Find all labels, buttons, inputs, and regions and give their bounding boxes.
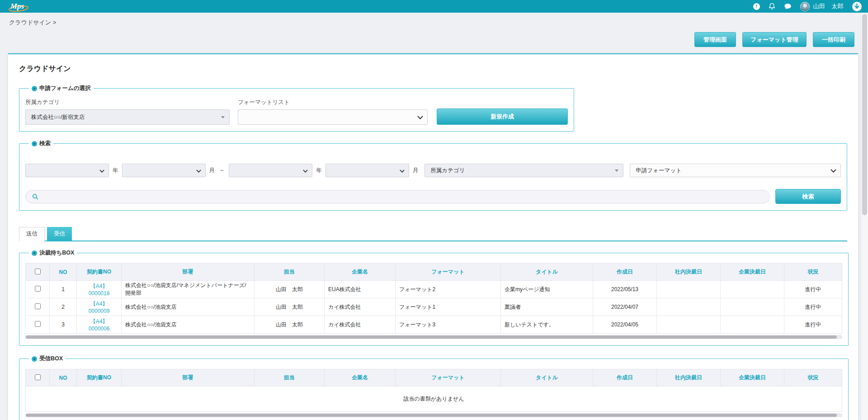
form-select-legend: 申請フォームの選択 xyxy=(29,85,94,92)
admin-screen-button[interactable]: 管理画面 xyxy=(694,32,736,47)
horizontal-scrollbar[interactable] xyxy=(25,335,842,339)
range-separator: ~ xyxy=(220,167,223,174)
cell-company: EUA株式会社 xyxy=(325,281,396,298)
column-header-contract_no: 契約書NO xyxy=(77,264,122,281)
search-format-select[interactable]: 申請フォーマット xyxy=(630,164,841,177)
column-header-department: 部署 xyxy=(122,264,255,281)
select-all-checkbox[interactable] xyxy=(35,374,41,380)
section-dot-icon xyxy=(32,86,37,91)
format-list-select[interactable] xyxy=(238,109,428,125)
row-checkbox[interactable] xyxy=(35,286,41,292)
column-header-status: 状況 xyxy=(784,369,842,387)
chevron-down-icon xyxy=(830,168,836,175)
chevron-down-icon xyxy=(196,168,201,175)
search-filters-row: 年 月 ~ 年 月 所属カテゴリ xyxy=(25,164,841,177)
cell-created: 2022/04/07 xyxy=(593,298,657,316)
create-new-button[interactable]: 新規作成 xyxy=(437,109,568,125)
to-month-select[interactable] xyxy=(326,164,409,177)
column-header-created: 作成日 xyxy=(593,369,657,387)
table-header-row: NO契約書NO部署担当企業名フォーマットタイトル作成日社内決裁日企業決裁日状況 xyxy=(26,264,842,281)
cell-no: 2 xyxy=(50,298,77,316)
box-tabs: 送信 受信 xyxy=(19,227,847,241)
form-select-row: 所属カテゴリ 株式会社○○/新宿支店 フォーマットリスト 新規作 xyxy=(25,99,568,125)
page-title: クラウドサイン xyxy=(19,64,847,74)
format-management-button[interactable]: フォーマット管理 xyxy=(742,32,807,47)
logout-icon[interactable] xyxy=(852,2,862,11)
format-list-label: フォーマットリスト xyxy=(238,99,428,106)
inbox-legend: 受信BOX xyxy=(29,355,66,363)
from-month-select[interactable] xyxy=(122,164,206,177)
cell-format: フォーマット2 xyxy=(396,281,501,298)
cell-contract_no: 【A4】0000009 xyxy=(77,298,122,316)
category-select[interactable]: 株式会社○○/新宿支店 xyxy=(25,109,230,125)
breadcrumb-row: クラウドサイン > xyxy=(0,13,868,27)
page-scrollbar-thumb[interactable] xyxy=(862,14,867,215)
horizontal-scrollbar[interactable] xyxy=(25,413,842,417)
search-button[interactable]: 検索 xyxy=(775,189,841,204)
notice-icon[interactable]: ! xyxy=(753,3,760,10)
to-year-select[interactable] xyxy=(229,164,312,177)
column-header-contract_no: 契約書NO xyxy=(77,369,122,387)
search-keyword-row: 検索 xyxy=(25,189,841,204)
cell-company: カイ株式会社 xyxy=(325,316,396,334)
table-row: 2【A4】0000009株式会社○○/池袋支店山田 太郎カイ株式会社フォーマット… xyxy=(26,298,842,316)
search-legend: 検索 xyxy=(29,140,53,147)
cell-status: 進行中 xyxy=(784,316,842,334)
avatar[interactable] xyxy=(800,2,810,11)
cell-internal_decision xyxy=(657,316,721,334)
breadcrumb[interactable]: クラウドサイン > xyxy=(9,19,56,26)
contract-link[interactable]: 【A4】0000009 xyxy=(89,301,110,314)
table-header-row: NO契約書NO部署担当企業名フォーマットタイトル作成日社内決裁日企業決裁日状況 xyxy=(26,369,842,387)
actions-row: 管理画面 フォーマット管理 一括印刷 xyxy=(0,27,868,47)
column-header-created: 作成日 xyxy=(593,264,657,281)
scrollbar-thumb[interactable] xyxy=(26,414,837,417)
bell-icon[interactable] xyxy=(769,3,775,10)
section-dot-icon xyxy=(32,250,37,256)
tab-send[interactable]: 送信 xyxy=(19,227,45,241)
column-header-title: タイトル xyxy=(501,264,593,281)
keyword-input[interactable] xyxy=(42,193,763,200)
cell-person: 山田 太郎 xyxy=(255,281,325,298)
chevron-down-icon xyxy=(303,168,308,175)
column-header-company: 企業名 xyxy=(325,264,396,281)
row-checkbox[interactable] xyxy=(35,321,41,327)
cell-no: 3 xyxy=(50,316,77,334)
keyword-search-box[interactable] xyxy=(25,190,770,203)
main-card: クラウドサイン 申請フォームの選択 所属カテゴリ 株式会社○○/新宿支店 フォー… xyxy=(8,53,858,420)
month-label: 月 xyxy=(413,167,419,175)
cell-internal_decision xyxy=(657,281,721,298)
app-window: Mps ! 山田 太郎 クラウドサイン > 管理画面 フォーマット管理 一括印刷 xyxy=(0,0,868,420)
column-header-corporate_decision: 企業決裁日 xyxy=(721,369,784,387)
contract-link[interactable]: 【A4】0000006 xyxy=(89,318,110,332)
app-logo[interactable]: Mps xyxy=(6,0,32,13)
svg-text:Mps: Mps xyxy=(10,2,24,10)
column-header-title: タイトル xyxy=(501,369,593,387)
column-header-person: 担当 xyxy=(255,369,325,387)
column-header-department: 部署 xyxy=(122,369,255,387)
scrollbar-thumb[interactable] xyxy=(26,335,837,339)
search-category-select[interactable]: 所属カテゴリ xyxy=(425,164,623,177)
page-scrollbar[interactable] xyxy=(861,13,868,420)
batch-print-button[interactable]: 一括印刷 xyxy=(813,32,854,47)
cell-internal_decision xyxy=(657,298,721,316)
chat-icon[interactable] xyxy=(784,3,792,10)
search-section: 検索 年 月 ~ 年 xyxy=(19,140,847,211)
pending-box-legend: 決裁待ちBOX xyxy=(29,249,77,257)
from-year-select[interactable] xyxy=(25,164,109,177)
cell-company: カイ株式会社 xyxy=(325,298,396,316)
table-row: 3【A4】0000006株式会社○○/池袋支店山田 太郎カイ株式会社フォーマット… xyxy=(26,316,842,334)
category-label: 所属カテゴリ xyxy=(25,99,230,106)
contract-link[interactable]: 【A4】0000018 xyxy=(89,283,110,297)
cell-person: 山田 太郎 xyxy=(255,316,325,334)
tab-receive[interactable]: 受信 xyxy=(47,227,72,241)
cell-title: 企業myページ通知 xyxy=(501,281,593,298)
dropdown-arrow-icon xyxy=(221,116,225,118)
cell-title: 稟議者 xyxy=(501,298,593,316)
row-checkbox[interactable] xyxy=(35,303,41,309)
column-header-format: フォーマット xyxy=(396,264,501,281)
select-all-checkbox[interactable] xyxy=(35,269,41,274)
column-header-status: 状況 xyxy=(784,264,842,281)
cell-corporate_decision xyxy=(721,298,784,316)
empty-message: 該当の書類がありません xyxy=(26,387,842,412)
logo-graphic: Mps xyxy=(6,0,32,13)
